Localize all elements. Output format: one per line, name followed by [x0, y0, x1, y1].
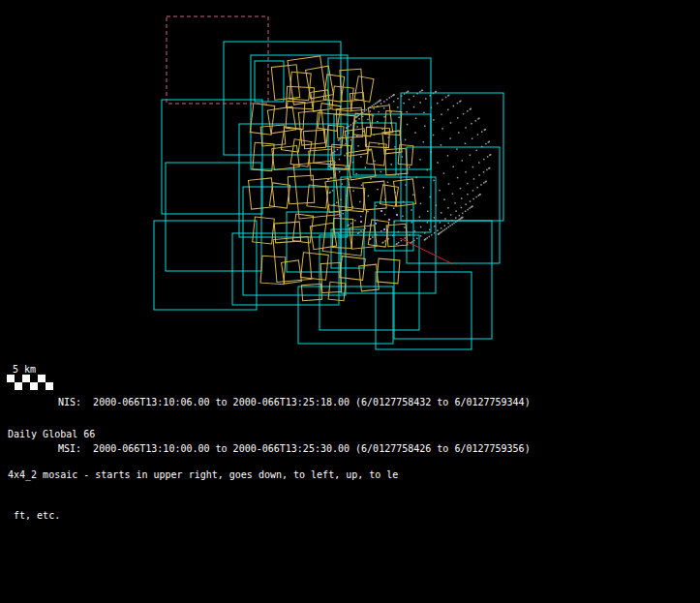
- scale-checker-cell: [46, 375, 53, 382]
- mesh-dot: [386, 99, 388, 101]
- mesh-dot: [358, 232, 360, 234]
- mesh-dot: [348, 179, 350, 181]
- mesh-dot: [392, 235, 394, 237]
- mesh-dot: [374, 161, 376, 163]
- mesh-dot: [377, 106, 379, 107]
- mesh-dot: [416, 93, 418, 95]
- msi-footprint-rect: [407, 147, 500, 263]
- mesh-dot: [336, 187, 338, 189]
- mesh-dot: [373, 108, 375, 110]
- mesh-dot: [360, 156, 362, 158]
- mesh-dot: [441, 113, 442, 115]
- mesh-dot: [431, 234, 433, 236]
- mesh-dot: [459, 215, 461, 217]
- mesh-dot: [366, 113, 368, 115]
- mesh-dot: [381, 129, 383, 131]
- mesh-dot: [465, 143, 467, 145]
- mesh-dot: [406, 111, 408, 113]
- mesh-dot: [345, 143, 347, 145]
- mesh-dot: [467, 194, 469, 196]
- mesh-dot: [427, 169, 429, 171]
- mesh-dot: [359, 201, 361, 203]
- nis-footprint-rect: [253, 142, 274, 171]
- mesh-dot: [447, 223, 449, 225]
- scale-checker-cell: [7, 382, 15, 390]
- mesh-dot: [405, 139, 407, 141]
- mesh-dot: [449, 226, 451, 227]
- mesh-dot: [394, 146, 396, 148]
- mesh-dot: [341, 146, 343, 148]
- pointing-mark: [360, 221, 362, 223]
- mesh-dot: [359, 114, 361, 116]
- mesh-dot: [365, 139, 367, 141]
- mesh-dot: [355, 120, 357, 122]
- mesh-dot: [331, 164, 333, 166]
- pointing-mark: [396, 214, 398, 216]
- mesh-dot: [373, 105, 375, 106]
- mesh-dot: [377, 189, 379, 191]
- mesh-dot: [421, 89, 423, 91]
- mesh-dot: [455, 210, 457, 212]
- mesh-dot: [333, 203, 335, 205]
- mesh-dot: [430, 196, 432, 198]
- mesh-dot: [433, 119, 435, 121]
- mesh-dot: [416, 238, 418, 240]
- mesh-dot: [403, 103, 405, 105]
- pointing-mark: [380, 210, 382, 212]
- mesh-dot: [398, 117, 400, 119]
- mesh-dot: [409, 166, 411, 168]
- mesh-dot: [445, 227, 447, 229]
- mesh-dot: [478, 174, 480, 176]
- mesh-dot: [346, 196, 348, 197]
- msi-footprint-rect: [162, 100, 262, 214]
- mesh-dot: [398, 242, 400, 244]
- mesh-dot: [470, 200, 472, 202]
- nis-footprint-rect: [288, 175, 314, 203]
- mesh-dot: [396, 243, 398, 245]
- mesh-dot: [453, 106, 455, 107]
- mesh-dot: [330, 177, 332, 179]
- mesh-dot: [386, 226, 388, 228]
- mesh-dot: [471, 123, 472, 125]
- mesh-dot: [379, 143, 380, 145]
- mesh-dot: [364, 110, 366, 112]
- mesh-dot: [434, 232, 436, 234]
- mesh-dot: [397, 98, 399, 100]
- mesh-dot: [450, 214, 452, 216]
- mesh-dot: [355, 173, 357, 175]
- mesh-dot: [430, 151, 432, 153]
- msi-footprint-rect: [334, 114, 431, 232]
- scale-checker-cell: [46, 382, 53, 390]
- mesh-dot: [476, 150, 478, 152]
- sequence-description-line1: 4x4_2 mosaic - starts in upper right, go…: [8, 468, 398, 482]
- mesh-dot: [339, 138, 341, 140]
- mesh-dot: [486, 169, 488, 171]
- nis-footprint-rect: [377, 258, 400, 284]
- mesh-dot: [490, 154, 492, 156]
- mesh-dot: [423, 112, 425, 114]
- scale-checker-cell: [38, 382, 46, 390]
- mesh-dot: [422, 141, 424, 143]
- mesh-dot: [415, 177, 417, 179]
- mesh-dot: [369, 150, 371, 152]
- mesh-dot: [348, 133, 350, 135]
- mesh-dot: [460, 101, 462, 103]
- mesh-dot: [347, 127, 349, 129]
- mesh-dot: [352, 162, 354, 164]
- mesh-dot: [350, 139, 352, 141]
- mesh-dot: [436, 91, 438, 93]
- mesh-dot: [448, 183, 450, 185]
- mesh-dot: [341, 183, 343, 185]
- mesh-dot: [332, 190, 334, 192]
- mesh-dot: [407, 124, 409, 126]
- mesh-dot: [471, 108, 472, 110]
- mesh-dot: [401, 95, 403, 97]
- mesh-dot: [384, 198, 386, 200]
- mesh-dot: [364, 227, 366, 229]
- mesh-dot: [484, 129, 486, 131]
- mesh-dot: [384, 214, 386, 216]
- msi-footprint-rect: [255, 61, 284, 102]
- mesh-dot: [463, 113, 465, 115]
- mesh-dot: [334, 174, 336, 176]
- scale-checker-cell: [30, 382, 38, 390]
